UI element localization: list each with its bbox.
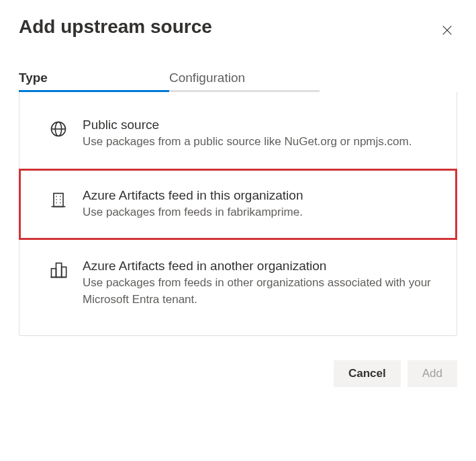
option-this-org[interactable]: Azure Artifacts feed in this organizatio… bbox=[19, 169, 457, 241]
buildings-icon bbox=[49, 261, 68, 280]
globe-icon bbox=[49, 120, 68, 138]
dialog-footer: Cancel Add bbox=[19, 360, 457, 387]
option-other-org-desc: Use packages from feeds in other organiz… bbox=[83, 275, 438, 308]
svg-rect-13 bbox=[56, 263, 62, 278]
option-this-org-title: Azure Artifacts feed in this organizatio… bbox=[83, 188, 438, 203]
tab-type[interactable]: Type bbox=[19, 71, 169, 92]
tab-bar: Type Configuration bbox=[19, 71, 457, 92]
option-other-org-title: Azure Artifacts feed in another organiza… bbox=[83, 259, 438, 274]
option-this-org-desc: Use packages from feeds in fabrikamprime… bbox=[83, 204, 438, 221]
svg-rect-5 bbox=[54, 193, 63, 206]
cancel-button[interactable]: Cancel bbox=[334, 360, 401, 387]
dialog-title: Add upstream source bbox=[19, 16, 212, 38]
svg-rect-15 bbox=[62, 267, 66, 278]
close-button[interactable] bbox=[437, 20, 457, 42]
add-button[interactable]: Add bbox=[408, 360, 457, 387]
building-icon bbox=[49, 190, 68, 209]
svg-rect-14 bbox=[52, 269, 56, 278]
option-other-org[interactable]: Azure Artifacts feed in another organiza… bbox=[19, 240, 457, 335]
option-public-title: Public source bbox=[83, 118, 438, 132]
close-icon bbox=[441, 28, 453, 38]
option-public-desc: Use packages from a public source like N… bbox=[83, 134, 438, 151]
option-public-source[interactable]: Public source Use packages from a public… bbox=[19, 92, 457, 169]
options-panel: Public source Use packages from a public… bbox=[19, 92, 457, 336]
tab-configuration[interactable]: Configuration bbox=[169, 71, 320, 92]
